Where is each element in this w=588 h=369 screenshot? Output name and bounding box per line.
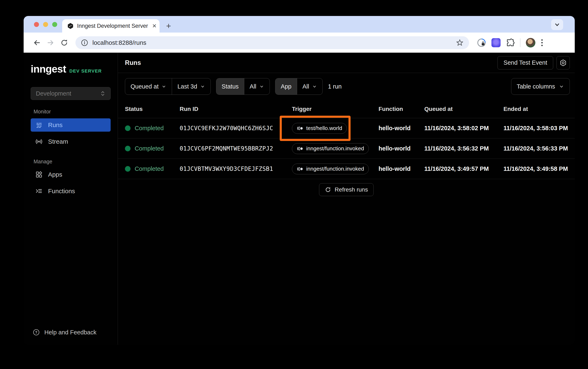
purple-extension-icon[interactable] — [491, 38, 500, 47]
back-icon[interactable] — [31, 37, 43, 49]
app-filter-label: App — [275, 78, 297, 94]
traffic-lights — [34, 22, 57, 27]
reload-icon[interactable] — [59, 37, 70, 49]
table-row[interactable]: Completed 01JCVC9EFKJ2W70WQHC6ZH6SJC tes… — [118, 118, 575, 138]
column-header-trigger: Trigger — [292, 106, 379, 112]
maximize-window-button[interactable] — [52, 22, 57, 27]
ended-at: 11/16/2024, 3:56:33 PM — [503, 145, 575, 152]
run-count: 1 run — [328, 83, 342, 90]
trigger-badge[interactable]: inngest/function.invoked — [292, 143, 369, 154]
status-label-text: Status — [222, 83, 239, 90]
url-text[interactable]: localhost:8288/runs — [92, 39, 452, 46]
environment-select[interactable]: Development — [31, 87, 111, 100]
run-id[interactable]: 01JCVC9EFKJ2W70WQHC6ZH6SJC — [180, 125, 292, 132]
dev-server-badge: DEV SERVER — [70, 68, 102, 74]
settings-button[interactable] — [557, 56, 570, 70]
ended-at: 11/16/2024, 3:58:03 PM — [503, 125, 575, 132]
event-broadcast-icon — [297, 126, 303, 131]
tab-search-chevron-icon[interactable] — [551, 19, 563, 30]
chevron-down-icon — [312, 84, 317, 89]
function-name: hello-world — [379, 125, 424, 132]
browser-tab[interactable]: Inngest Development Server ✕ — [62, 19, 159, 32]
time-range-dropdown[interactable]: Last 3d — [172, 78, 210, 94]
help-icon: ? — [33, 329, 40, 336]
browser-toolbar: localhost:8288/runs — [24, 32, 575, 53]
refresh-icon — [325, 186, 331, 193]
filter-bar: Queued at Last 3d Status All — [118, 73, 575, 100]
trigger-badge[interactable]: inngest/function.invoked — [292, 164, 369, 174]
inngest-logo: inngest — [31, 63, 66, 75]
sidebar-item-stream[interactable]: Stream — [31, 135, 111, 148]
sidebar-item-runs[interactable]: Runs — [31, 118, 111, 132]
table-row[interactable]: Completed 01JCVC6PF2MQNMTWE95BBRZPJ2 inn… — [118, 138, 575, 159]
status-filter-dropdown[interactable]: All — [244, 78, 269, 94]
app-filter: App All — [275, 78, 323, 95]
runs-icon — [35, 121, 43, 129]
table-row[interactable]: Completed 01JCVBTMV3WXY9D3CFDEJFZSB1 inn… — [118, 159, 575, 179]
sidebar: inngest DEV SERVER Development Monitor R… — [24, 53, 118, 345]
extensions-puzzle-icon[interactable] — [506, 38, 515, 47]
refresh-runs-button[interactable]: Refresh runs — [319, 183, 373, 196]
app-label-text: App — [281, 83, 291, 90]
time-filter: Queued at Last 3d — [125, 78, 211, 95]
app-filter-dropdown[interactable]: All — [297, 78, 322, 94]
tab-title: Inngest Development Server — [77, 23, 148, 29]
inngest-favicon-icon — [67, 23, 74, 29]
queued-at: 11/16/2024, 3:58:02 PM — [424, 125, 503, 132]
section-label-monitor: Monitor — [34, 109, 111, 115]
toolbar-divider — [520, 38, 520, 47]
table-columns-label: Table columns — [517, 83, 555, 90]
queued-at: 11/16/2024, 3:49:57 PM — [424, 165, 503, 172]
trigger-name: test/hello.world — [306, 125, 342, 132]
status-text: Completed — [135, 165, 164, 172]
page-header: Runs Send Test Event — [118, 53, 575, 73]
queued-at: 11/16/2024, 3:56:32 PM — [424, 145, 503, 152]
profile-avatar[interactable] — [526, 38, 535, 48]
new-tab-button[interactable]: + — [166, 22, 171, 30]
help-and-feedback[interactable]: ? Help and Feedback — [31, 326, 111, 339]
apps-icon — [35, 171, 43, 178]
table-columns-dropdown[interactable]: Table columns — [511, 78, 570, 95]
main-content: Runs Send Test Event Queued at Last 3d — [118, 53, 575, 345]
sidebar-item-label: Functions — [48, 188, 75, 195]
sidebar-item-functions[interactable]: Functions — [31, 184, 111, 198]
gear-icon — [559, 59, 567, 67]
chevron-down-icon — [559, 84, 564, 89]
inngest-app: inngest DEV SERVER Development Monitor R… — [24, 53, 575, 345]
address-bar[interactable]: localhost:8288/runs — [75, 36, 469, 49]
app-filter-value: All — [302, 83, 309, 90]
trigger-badge[interactable]: test/hello.world — [292, 123, 347, 134]
close-window-button[interactable] — [34, 22, 39, 27]
time-field-dropdown[interactable]: Queued at — [125, 78, 172, 94]
column-header-status: Status — [125, 106, 180, 112]
trigger-name: inngest/function.invoked — [306, 166, 364, 172]
column-header-queued-at: Queued at — [424, 106, 503, 112]
column-header-run-id: Run ID — [180, 106, 292, 112]
minimize-window-button[interactable] — [43, 22, 48, 27]
site-info-icon[interactable] — [81, 39, 88, 46]
tab-close-icon[interactable]: ✕ — [151, 23, 158, 29]
run-id[interactable]: 01JCVBTMV3WXY9D3CFDEJFZSB1 — [180, 165, 292, 172]
chevron-down-icon — [200, 84, 205, 89]
function-name: hello-world — [379, 165, 424, 172]
send-test-event-button[interactable]: Send Test Event — [498, 56, 553, 70]
column-header-ended-at: Ended at — [503, 106, 575, 112]
chevron-down-icon — [161, 84, 166, 89]
bookmark-star-icon[interactable] — [456, 39, 464, 47]
stream-icon — [35, 138, 43, 145]
time-range-value: Last 3d — [177, 83, 197, 90]
browser-menu-kebab-icon[interactable] — [541, 38, 543, 47]
browser-window: Inngest Development Server ✕ + localhost… — [24, 16, 575, 345]
status-text: Completed — [135, 125, 164, 132]
password-manager-extension-icon[interactable] — [477, 38, 486, 47]
sidebar-item-apps[interactable]: Apps — [31, 168, 111, 181]
browser-tabstrip: Inngest Development Server ✕ + — [24, 16, 575, 32]
table-header-row: Status Run ID Trigger Function Queued at… — [118, 100, 575, 118]
trigger-name: inngest/function.invoked — [306, 145, 364, 152]
sidebar-item-label: Stream — [48, 138, 68, 145]
run-id[interactable]: 01JCVC6PF2MQNMTWE95BBRZPJ2 — [180, 145, 292, 152]
forward-icon[interactable] — [45, 37, 56, 49]
function-name: hello-world — [379, 145, 424, 152]
status-filter-label: Status — [216, 78, 244, 94]
status-text: Completed — [135, 145, 164, 152]
